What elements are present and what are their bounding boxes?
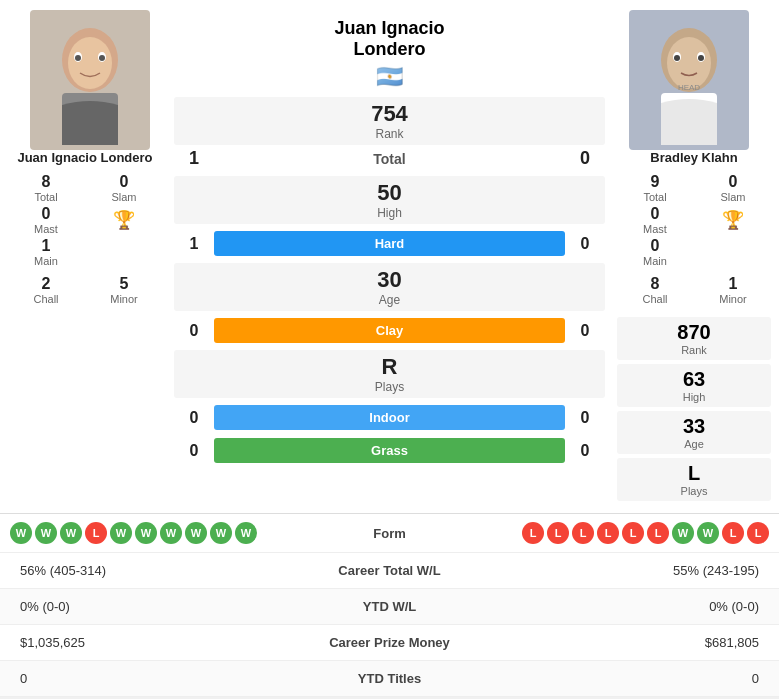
right-chall-label: Chall xyxy=(617,293,693,305)
total-score-left: 1 xyxy=(174,148,214,169)
left-plays-label: Plays xyxy=(375,380,404,394)
right-chall-value: 8 xyxy=(617,275,693,293)
left-slam-value: 0 xyxy=(86,173,162,191)
left-mast-value: 0 xyxy=(8,205,84,223)
form-row: WWWLWWWWWW Form LLLLLLWWLL xyxy=(0,514,779,553)
ytd-titles-row: 0 YTD Titles 0 xyxy=(0,661,779,697)
right-rank-value-panel: 870 xyxy=(677,321,710,344)
left-chall-label: Chall xyxy=(8,293,84,305)
right-minor-cell: 1 Minor xyxy=(695,275,771,305)
left-mast-cell: 0 Mast xyxy=(8,205,84,235)
center-panel: Juan IgnacioLondero 🇦🇷 754 Rank 1 Total … xyxy=(170,10,609,503)
grass-score-left: 0 xyxy=(174,442,214,460)
form-label: Form xyxy=(310,526,470,541)
right-total-value: 9 xyxy=(617,173,693,191)
left-chall-value: 2 xyxy=(8,275,84,293)
left-slam-cell: 0 Slam xyxy=(86,173,162,203)
right-minor-value: 1 xyxy=(695,275,771,293)
form-badge: W xyxy=(35,522,57,544)
ytd-wl-left: 0% (0-0) xyxy=(20,599,290,614)
svg-point-6 xyxy=(99,55,105,61)
clay-button[interactable]: Clay xyxy=(214,318,565,343)
indoor-score-right: 0 xyxy=(565,409,605,427)
form-badge: L xyxy=(722,522,744,544)
right-trophy-cell: 🏆 xyxy=(695,205,771,235)
hard-score-right: 0 xyxy=(565,235,605,253)
right-minor-label: Minor xyxy=(695,293,771,305)
left-total-label: Total xyxy=(8,191,84,203)
left-high-value: 50 xyxy=(377,180,401,206)
grass-score-right: 0 xyxy=(565,442,605,460)
right-form-badges: LLLLLLWWLL xyxy=(470,522,770,544)
right-main-value: 0 xyxy=(617,237,693,255)
svg-point-5 xyxy=(75,55,81,61)
left-player-flag: 🇦🇷 xyxy=(376,64,403,90)
right-rank-label-panel: Rank xyxy=(681,344,707,356)
form-badge: W xyxy=(697,522,719,544)
left-main-cell: 1 Main xyxy=(8,237,84,267)
left-total-cell: 8 Total xyxy=(8,173,84,203)
career-wl-right: 55% (243-195) xyxy=(490,563,760,578)
clay-row: 0 Clay 0 xyxy=(174,314,605,347)
right-total-cell: 9 Total xyxy=(617,173,693,203)
hard-row: 1 Hard 0 xyxy=(174,227,605,260)
ytd-titles-right: 0 xyxy=(490,671,760,686)
right-player-stats-bottom: 8 Chall 1 Minor xyxy=(609,271,779,309)
right-main-label: Main xyxy=(617,255,693,267)
right-slam-cell: 0 Slam xyxy=(695,173,771,203)
indoor-score-left: 0 xyxy=(174,409,214,427)
left-player-panel: Juan Ignacio Londero 8 Total 0 Slam 0 Ma… xyxy=(0,10,170,503)
career-wl-label: Career Total W/L xyxy=(290,563,490,578)
form-badge: W xyxy=(110,522,132,544)
left-slam-label: Slam xyxy=(86,191,162,203)
form-badge: W xyxy=(235,522,257,544)
indoor-button[interactable]: Indoor xyxy=(214,405,565,430)
right-main-cell: 0 Main xyxy=(617,237,693,267)
right-age-value-panel: 33 xyxy=(683,415,705,438)
svg-point-13 xyxy=(674,55,680,61)
form-badge: W xyxy=(185,522,207,544)
left-minor-cell: 5 Minor xyxy=(86,275,162,305)
hard-score-left: 1 xyxy=(174,235,214,253)
left-rank-value: 754 xyxy=(371,101,408,127)
prize-label: Career Prize Money xyxy=(290,635,490,650)
form-badge: W xyxy=(135,522,157,544)
left-age-value: 30 xyxy=(377,267,401,293)
form-badge: L xyxy=(647,522,669,544)
ytd-titles-left: 0 xyxy=(20,671,290,686)
right-mast-value: 0 xyxy=(617,205,693,223)
left-player-photo-area xyxy=(0,10,170,150)
career-wl-row: 56% (405-314) Career Total W/L 55% (243-… xyxy=(0,553,779,589)
right-plays-value-panel: L xyxy=(688,462,700,485)
svg-point-10 xyxy=(667,37,711,89)
right-high-value-panel: 63 xyxy=(683,368,705,391)
hard-button[interactable]: Hard xyxy=(214,231,565,256)
form-badge: L xyxy=(572,522,594,544)
left-total-value: 8 xyxy=(8,173,84,191)
prize-left: $1,035,625 xyxy=(20,635,290,650)
form-badge: W xyxy=(160,522,182,544)
left-trophy-cell: 🏆 xyxy=(86,205,162,235)
left-mast-label: Mast xyxy=(8,223,84,235)
form-badge: W xyxy=(60,522,82,544)
left-minor-label: Minor xyxy=(86,293,162,305)
grass-button[interactable]: Grass xyxy=(214,438,565,463)
right-slam-label: Slam xyxy=(695,191,771,203)
right-player-stats-top: 9 Total 0 Slam 0 Mast 🏆 0 Main xyxy=(609,169,779,271)
right-player-photo: HEAD xyxy=(629,10,749,150)
clay-score-left: 0 xyxy=(174,322,214,340)
left-player-name: Juan Ignacio Londero xyxy=(0,150,170,165)
form-badge: L xyxy=(547,522,569,544)
left-high-label: High xyxy=(377,206,402,220)
left-form-badges: WWWLWWWWWW xyxy=(10,522,310,544)
bottom-stats-section: WWWLWWWWWW Form LLLLLLWWLL 56% (405-314)… xyxy=(0,513,779,697)
svg-point-2 xyxy=(68,37,112,89)
ytd-wl-row: 0% (0-0) YTD W/L 0% (0-0) xyxy=(0,589,779,625)
form-badge: W xyxy=(672,522,694,544)
left-player-name-center: Juan IgnacioLondero xyxy=(334,18,444,60)
right-slam-value: 0 xyxy=(695,173,771,191)
right-high-label-panel: High xyxy=(683,391,706,403)
total-score-right: 0 xyxy=(565,148,605,169)
player-comparison-section: Juan Ignacio Londero 8 Total 0 Slam 0 Ma… xyxy=(0,0,779,513)
main-container: Juan Ignacio Londero 8 Total 0 Slam 0 Ma… xyxy=(0,0,779,697)
